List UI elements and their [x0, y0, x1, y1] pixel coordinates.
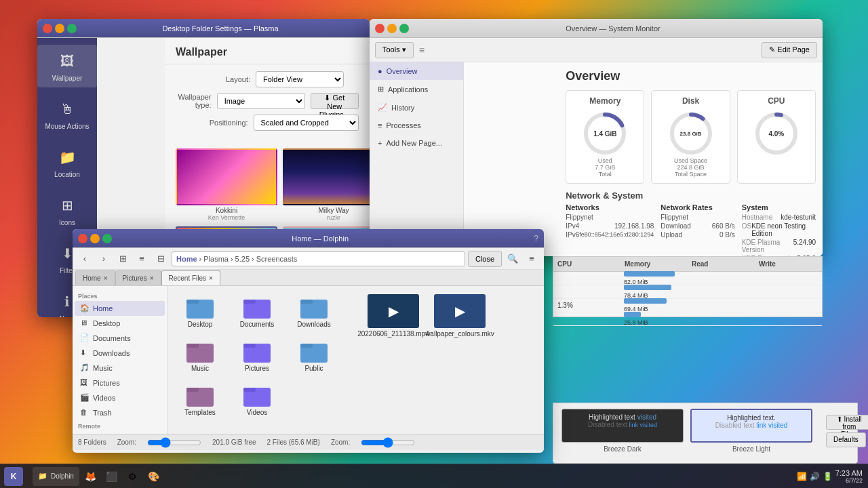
- folder-downloads[interactable]: Downloads: [287, 291, 341, 333]
- zoom-slider-left[interactable]: [147, 437, 201, 448]
- sidebar-item-location[interactable]: 📁 Location: [37, 141, 97, 184]
- video-file-1[interactable]: ▶ wallpaper_colours.mkv: [429, 291, 490, 341]
- tab-pictures[interactable]: Pictures ×: [115, 270, 161, 285]
- wallpaper-type-select[interactable]: Image: [217, 93, 305, 109]
- tab-home-close[interactable]: ×: [104, 274, 108, 282]
- cpu-title: CPU: [743, 96, 810, 106]
- svg-rect-7: [186, 300, 199, 304]
- proc-row-1[interactable]: 78.4 MiB: [553, 285, 822, 299]
- places-item-downloads[interactable]: ⬇ Downloads: [75, 346, 165, 361]
- folder-templates[interactable]: Templates: [173, 380, 227, 421]
- network-rates-card: Network Rates Flippynet Download 660 B/s…: [660, 203, 734, 256]
- proc-row-3[interactable]: 25.8 MiB: [553, 312, 822, 326]
- dolphin-close-btn[interactable]: ×: [78, 234, 87, 243]
- nav-item-overview[interactable]: ● Overview: [370, 62, 463, 80]
- dolphin-help-icon[interactable]: ?: [534, 234, 538, 243]
- sidebar-item-mouse-actions[interactable]: 🖱 Mouse Actions: [37, 93, 97, 136]
- get-new-plugins-button[interactable]: ⬇ Get New Plugins...: [311, 93, 359, 109]
- search-button[interactable]: 🔍: [505, 251, 521, 267]
- disk-free: 201.0 GiB free: [212, 439, 256, 446]
- install-from-file-button[interactable]: ⬆ Install from File...: [826, 415, 868, 430]
- taskbar-app-plasma[interactable]: ⚙: [123, 467, 142, 486]
- folder-desktop[interactable]: Desktop: [173, 291, 227, 333]
- folder-videos-name: Videos: [247, 409, 267, 417]
- layout-select[interactable]: Folder View: [256, 71, 344, 87]
- places-item-home[interactable]: 🏠 Home: [75, 301, 165, 316]
- places-item-pictures[interactable]: 🖼 Pictures: [75, 375, 165, 390]
- wallpaper-thumb-kokkini[interactable]: Kokkini Ken Vermette: [176, 148, 277, 221]
- nav-item-history[interactable]: 📈 History: [370, 98, 463, 117]
- light-scheme-preview[interactable]: Highlighted text. Disabled text link vis…: [690, 409, 812, 443]
- window-controls: × − +: [43, 24, 77, 33]
- extra-app-icon: 🎨: [148, 471, 159, 482]
- close-button[interactable]: ×: [43, 24, 52, 33]
- taskbar-app-extra[interactable]: 🎨: [144, 467, 163, 486]
- kde-plasma-value: 5.24.90: [793, 239, 816, 253]
- taskbar-date-display: 6/7/22: [835, 477, 863, 484]
- folder-videos[interactable]: Videos: [230, 380, 284, 421]
- zoom-slider-right[interactable]: [361, 437, 415, 448]
- tab-recent-close[interactable]: ×: [209, 274, 213, 282]
- forward-button[interactable]: ›: [96, 251, 112, 267]
- tab-home[interactable]: Home ×: [75, 270, 115, 285]
- places-item-trash[interactable]: 🗑 Trash: [75, 405, 165, 420]
- dolphin-path-bar[interactable]: Home › Plasma › 5.25 › Screencasts: [172, 251, 465, 266]
- hostname-value: kde-testunit: [781, 214, 816, 221]
- sysmon-toolbar: Tools ▾ ≡ ✎ Edit Page: [370, 38, 823, 62]
- wallpaper-name-milkyway: Milky Way: [318, 207, 349, 214]
- wallpaper-content-title: Wallpaper: [165, 38, 370, 64]
- sidebar-item-wallpaper[interactable]: 🖼 Wallpaper: [37, 45, 97, 87]
- sysmon-hamburger-icon[interactable]: ≡: [419, 45, 425, 56]
- wallpaper-thumb-milkyway[interactable]: Milky Way ruzkr: [283, 148, 370, 221]
- dolphin-min-btn[interactable]: −: [90, 234, 100, 243]
- places-item-music[interactable]: 🎵 Music: [75, 361, 165, 375]
- sysmon-max-button[interactable]: +: [399, 24, 409, 33]
- upload-value: 0 B/s: [719, 231, 735, 239]
- sysmon-min-button[interactable]: −: [387, 24, 397, 33]
- dolphin-max-btn[interactable]: +: [102, 234, 112, 243]
- taskbar-clock[interactable]: 7:23 AM 6/7/22: [835, 469, 863, 484]
- documents-folder-icon: 📄: [80, 333, 90, 343]
- taskbar-app-terminal[interactable]: ⬛: [102, 467, 121, 486]
- places-item-documents[interactable]: 📄 Documents: [75, 331, 165, 346]
- folder-public[interactable]: Public: [287, 336, 341, 377]
- disk-total-label: Total Space: [657, 171, 724, 178]
- dark-scheme-preview[interactable]: Highlighted text visited Disabled text l…: [561, 409, 684, 443]
- disk-used-label: Used Space: [657, 157, 724, 164]
- back-button[interactable]: ‹: [77, 251, 93, 267]
- min-button[interactable]: −: [55, 24, 64, 33]
- desktop-folder-icon: 🖥: [80, 319, 90, 328]
- tools-menu-button[interactable]: Tools ▾: [375, 42, 414, 58]
- positioning-select[interactable]: Scaled and Cropped: [254, 115, 359, 131]
- defaults-button[interactable]: Defaults: [826, 432, 866, 447]
- network-rates-title: Network Rates: [660, 203, 734, 211]
- places-item-videos[interactable]: 🎬 Videos: [75, 390, 165, 405]
- nav-item-add-page[interactable]: + Add New Page...: [370, 134, 463, 152]
- tab-recent-files[interactable]: Recent Files ×: [161, 270, 220, 285]
- proc-row-2[interactable]: 1.3% 69.4 MiB: [553, 299, 822, 312]
- video-file-0[interactable]: ▶ 20220606_211138.mp4: [363, 291, 424, 341]
- view-icon-btn[interactable]: ⊞: [115, 251, 131, 267]
- taskbar-app-firefox[interactable]: 🦊: [81, 467, 100, 486]
- proc-row-0[interactable]: 82.0 MiB: [553, 272, 822, 285]
- sysmon-close-button[interactable]: ×: [375, 24, 384, 33]
- proc-col-read: Read: [688, 260, 755, 268]
- dolphin-close-button[interactable]: Close: [468, 251, 502, 267]
- folder-music[interactable]: Music: [173, 336, 227, 377]
- nav-item-processes[interactable]: ≡ Processes: [370, 117, 463, 134]
- taskbar-app-dolphin[interactable]: 📁 Dolphin: [33, 467, 79, 486]
- app-menu-button[interactable]: K: [4, 467, 23, 486]
- folder-pictures[interactable]: Pictures: [230, 336, 284, 377]
- tab-pictures-close[interactable]: ×: [150, 274, 154, 282]
- dolphin-menu-button[interactable]: ≡: [524, 251, 540, 267]
- edit-page-button[interactable]: ✎ Edit Page: [762, 42, 817, 58]
- folder-documents[interactable]: Documents: [230, 291, 284, 333]
- view-list-btn[interactable]: ≡: [134, 251, 150, 267]
- sidebar-item-icons[interactable]: ⊞ Icons: [37, 189, 97, 232]
- max-button[interactable]: +: [67, 24, 77, 33]
- view-details-btn[interactable]: ⊟: [153, 251, 169, 267]
- places-desktop-label: Desktop: [93, 319, 120, 327]
- nav-item-applications[interactable]: ⊞ Applications: [370, 80, 463, 98]
- places-item-desktop[interactable]: 🖥 Desktop: [75, 316, 165, 331]
- places-item-network[interactable]: 🌐 Network: [75, 431, 165, 434]
